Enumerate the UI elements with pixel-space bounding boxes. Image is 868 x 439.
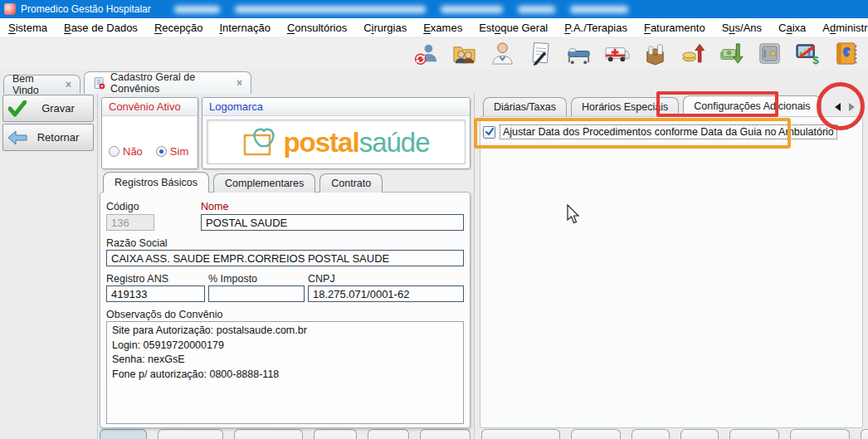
tab-bem-vindo[interactable]: Bem Vindo × — [3, 75, 80, 94]
bottom-tab[interactable] — [481, 429, 560, 439]
radio-selected-icon[interactable] — [156, 146, 167, 157]
menu-item-recepcao[interactable]: Recepção — [146, 22, 212, 34]
folder-users-icon[interactable] — [451, 40, 478, 67]
finance-chart-icon[interactable]: $ — [794, 40, 822, 67]
cnpj-field[interactable] — [308, 285, 464, 302]
check-icon — [3, 100, 32, 117]
radio-label: Sim — [170, 145, 188, 158]
brand-primary: postal — [283, 127, 358, 158]
close-icon[interactable]: × — [237, 77, 242, 89]
bottom-tab[interactable] — [680, 429, 719, 439]
menu-item-base-de-dados[interactable]: Base de Dados — [56, 22, 146, 34]
hospital-bed-icon[interactable] — [565, 40, 592, 67]
main-toolbar: $ — [0, 37, 868, 70]
logo-text: postalsaúde — [283, 129, 429, 156]
imposto-field[interactable] — [208, 285, 305, 302]
brand-secondary: saúde — [359, 127, 430, 158]
registro-ans-field[interactable] — [106, 285, 205, 302]
menu-item-consultorios[interactable]: Consultórios — [279, 22, 355, 34]
menu-item-faturamento[interactable]: Faturamento — [636, 22, 714, 34]
scroll-left-icon[interactable] — [835, 103, 841, 111]
user-sync-icon[interactable] — [412, 40, 440, 67]
convenio-ativo-group: Convênio Ativo NãoSim — [101, 97, 198, 169]
right-tab-strip: Diárias/TaxasHorários EspeciaisConfigura… — [483, 97, 822, 116]
document-badge-icon — [93, 76, 105, 90]
radio-option-nao[interactable]: Não — [109, 145, 143, 158]
bottom-tab[interactable] — [420, 429, 471, 439]
save-button-label: Gravar — [32, 102, 93, 115]
menu-item-exames[interactable]: Exames — [415, 22, 471, 34]
razao-social-field[interactable] — [106, 250, 464, 266]
menu-item-administracao[interactable]: Administração — [814, 22, 868, 34]
menu-item-p-a-terapias[interactable]: P.A./Terapias — [556, 22, 636, 34]
tab-scroll-arrows — [827, 98, 863, 116]
configuracoes-adicionais-panel — [480, 116, 863, 428]
bottom-tab[interactable] — [314, 429, 357, 439]
observacoes-field[interactable]: Site para Autorização: postalsaude.com.b… — [106, 321, 464, 424]
sidebar-divider — [97, 94, 98, 439]
money-in-icon[interactable] — [680, 40, 707, 67]
doctor-icon[interactable] — [489, 40, 516, 67]
radio-unselected-icon[interactable] — [109, 146, 119, 157]
redacted-title-text — [174, 6, 628, 13]
menu-item-cirurgias[interactable]: Cirurgias — [355, 22, 415, 34]
menu-item-sistema[interactable]: Sistema — [0, 22, 56, 34]
tab-horarios-especiais[interactable]: Horários Especiais — [571, 97, 679, 116]
tab-registros-basicos[interactable]: Registros Básicos — [103, 172, 209, 193]
app-window: Promedico Gestão Hospitalar SistemaBase … — [0, 0, 868, 439]
back-button[interactable]: Retornar — [2, 124, 94, 151]
checkbox-label[interactable]: Ajustar Data dos Procedimentos conforme … — [500, 124, 837, 139]
save-button[interactable]: Gravar — [2, 95, 94, 122]
bottom-tab[interactable] — [631, 429, 670, 439]
logomarca-group: Logomarca postalsaúde — [202, 97, 471, 169]
bottom-tab[interactable] — [790, 429, 850, 439]
stock-items-icon[interactable] — [641, 40, 669, 67]
safe-icon[interactable] — [756, 40, 783, 67]
bottom-tab[interactable] — [861, 429, 868, 439]
svg-text:$: $ — [812, 54, 819, 66]
logomarca-title: Logomarca — [202, 98, 470, 116]
contract-icon[interactable] — [527, 40, 554, 67]
form-tab-strip: Registros BásicosComplementaresContrato — [103, 173, 383, 193]
window-title: Promedico Gestão Hospitalar — [21, 3, 151, 15]
registro-ans-label: Registro ANS — [106, 273, 168, 285]
close-icon[interactable]: × — [66, 79, 71, 90]
bottom-tab[interactable] — [571, 429, 621, 439]
radio-option-sim[interactable]: Sim — [156, 145, 188, 158]
arrow-left-icon — [3, 130, 32, 145]
nome-label: Nome — [201, 201, 228, 212]
bottom-tab[interactable] — [158, 429, 223, 439]
bottom-tab-strip — [100, 429, 868, 439]
tab-complementares[interactable]: Complementares — [213, 173, 315, 193]
tab-contrato[interactable]: Contrato — [319, 173, 383, 193]
menu-item-caixa[interactable]: Caixa — [770, 22, 814, 34]
tab-label: Cadastro Geral de Convênios — [110, 71, 232, 95]
convenio-ativo-radios: NãoSim — [109, 145, 188, 158]
codigo-field — [106, 214, 154, 231]
bottom-tab[interactable] — [100, 429, 147, 439]
bottom-tab[interactable] — [368, 429, 409, 439]
tab-diarias-taxas[interactable]: Diárias/Taxas — [483, 97, 567, 116]
phonebook-icon[interactable] — [832, 40, 860, 67]
menu-item-internacao[interactable]: Internação — [211, 22, 278, 34]
bottom-tab[interactable] — [729, 429, 779, 439]
tab-configuracoes-adicionais[interactable]: Configurações Adicionais — [683, 95, 821, 116]
ambulance-icon[interactable] — [603, 40, 631, 67]
imposto-label: % Imposto — [208, 273, 257, 285]
convenio-ativo-title: Convênio Ativo — [102, 98, 197, 116]
ajustar-data-checkbox-row[interactable]: Ajustar Data dos Procedimentos conforme … — [483, 124, 837, 139]
cnpj-label: CNPJ — [308, 273, 335, 285]
logo-image: postalsaúde — [207, 120, 466, 164]
app-icon — [4, 3, 16, 15]
checkbox-icon[interactable] — [483, 126, 495, 139]
menu-item-estoque-geral[interactable]: Estoque Geral — [471, 22, 556, 34]
tab-cadastro-geral-de-convenios[interactable]: Cadastro Geral de Convênios × — [84, 71, 251, 94]
radio-label: Não — [123, 145, 143, 158]
nome-field[interactable] — [201, 214, 464, 231]
scroll-right-icon[interactable] — [849, 103, 855, 111]
bottom-tab[interactable] — [234, 429, 303, 439]
razao-social-label: Razão Social — [106, 237, 168, 249]
menu-item-sus-ans[interactable]: Sus/Ans — [714, 22, 770, 34]
money-out-icon[interactable] — [718, 40, 745, 67]
registros-basicos-panel: Código Nome Razão Social Registro ANS % … — [100, 192, 471, 428]
